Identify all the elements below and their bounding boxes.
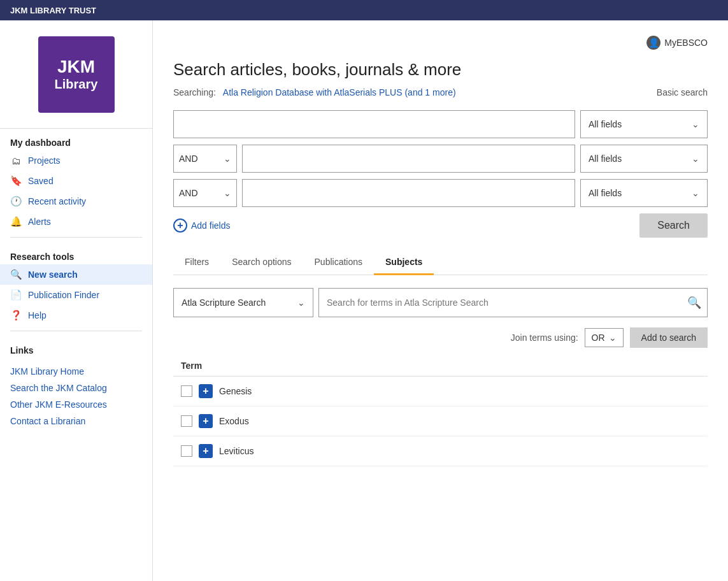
term-checkbox-leviticus[interactable]	[181, 445, 192, 457]
term-label-genesis: Genesis	[219, 386, 252, 396]
sidebar-item-label: Alerts	[28, 217, 51, 227]
bool-select-2[interactable]: AND ⌄	[173, 145, 237, 173]
sidebar-item-label: Help	[28, 310, 46, 320]
link-contact-librarian[interactable]: Contact a Librarian	[0, 413, 152, 429]
tab-publications[interactable]: Publications	[303, 250, 375, 275]
term-plus-genesis[interactable]: +	[199, 384, 213, 398]
term-checkbox-exodus[interactable]	[181, 415, 192, 427]
search-input-1[interactable]	[173, 110, 575, 138]
alerts-icon: 🔔	[10, 216, 22, 227]
chevron-down-icon-4: ⌄	[224, 188, 231, 198]
logo-box: JKM Library	[38, 36, 115, 113]
projects-icon: 🗂	[10, 155, 22, 166]
search-button[interactable]: Search	[639, 213, 708, 238]
publication-finder-icon: 📄	[10, 289, 22, 301]
searching-label: Searching:	[173, 87, 216, 97]
term-plus-leviticus[interactable]: +	[199, 444, 213, 458]
term-table: Term + Genesis + Exodus + Leviticus	[173, 355, 708, 466]
join-chevron-icon: ⌄	[609, 333, 617, 343]
add-to-search-button[interactable]: Add to search	[630, 327, 708, 348]
term-plus-exodus[interactable]: +	[199, 414, 213, 428]
link-search-jkm-catalog[interactable]: Search the JKM Catalog	[0, 380, 152, 396]
link-other-jkm-eresources[interactable]: Other JKM E-Resources	[0, 396, 152, 413]
field-select-2[interactable]: All fields ⌄	[580, 145, 708, 173]
link-jkm-library-home[interactable]: JKM Library Home	[0, 363, 152, 380]
chevron-down-icon-3: ⌄	[692, 154, 699, 164]
field-select-1-label: All fields	[589, 119, 622, 129]
subject-dropdown[interactable]: Atla Scripture Search ⌄	[173, 288, 313, 317]
search-row-2: AND ⌄ All fields ⌄	[173, 145, 708, 173]
links-section: JKM Library Home Search the JKM Catalog …	[0, 358, 152, 434]
term-label-exodus: Exodus	[219, 416, 249, 426]
research-tools-title: Research tools	[0, 243, 152, 264]
subject-search-wrapper: 🔍	[318, 288, 708, 317]
sidebar: JKM Library My dashboard 🗂 Projects 🔖 Sa…	[0, 20, 153, 581]
sidebar-item-help[interactable]: ❓ Help	[0, 305, 152, 326]
sidebar-item-recent-activity[interactable]: 🕐 Recent activity	[0, 191, 152, 212]
sidebar-item-label: Recent activity	[28, 196, 86, 206]
bool-select-2-label: AND	[179, 154, 198, 164]
top-right: 👤 MyEBSCO	[173, 36, 708, 50]
bool-select-3[interactable]: AND ⌄	[173, 179, 237, 207]
searching-db-link[interactable]: Atla Religion Database with AtlaSerials …	[223, 87, 456, 97]
basic-search-link[interactable]: Basic search	[657, 87, 708, 97]
join-terms-row: Join terms using: OR ⌄ Add to search	[173, 327, 708, 348]
tab-subjects[interactable]: Subjects	[374, 250, 434, 275]
join-label: Join terms using:	[511, 333, 578, 343]
sidebar-item-alerts[interactable]: 🔔 Alerts	[0, 212, 152, 232]
term-column-header: Term	[181, 361, 202, 371]
field-select-2-label: All fields	[589, 154, 622, 164]
main-content: 👤 MyEBSCO Search articles, books, journa…	[153, 20, 728, 581]
sidebar-item-label: Saved	[28, 176, 54, 186]
add-fields-label: Add fields	[191, 220, 230, 231]
join-select-value: OR	[592, 333, 605, 343]
search-row-3: AND ⌄ All fields ⌄	[173, 179, 708, 207]
subject-search-icon[interactable]: 🔍	[687, 296, 701, 310]
searching-line: Searching: Atla Religion Database with A…	[173, 87, 708, 97]
bool-select-3-label: AND	[179, 188, 198, 198]
add-circle-icon: +	[173, 219, 187, 233]
search-input-3[interactable]	[242, 179, 575, 207]
search-input-2[interactable]	[242, 145, 575, 173]
chevron-down-icon-5: ⌄	[692, 188, 699, 198]
add-fields-button[interactable]: + Add fields	[173, 219, 230, 233]
saved-icon: 🔖	[10, 175, 22, 187]
help-icon: ❓	[10, 310, 22, 321]
chevron-down-icon-2: ⌄	[224, 154, 231, 164]
field-select-1[interactable]: All fields ⌄	[580, 110, 708, 138]
tabs-bar: Filters Search options Publications Subj…	[173, 250, 708, 275]
subject-row: Atla Scripture Search ⌄ 🔍	[173, 288, 708, 317]
subjects-panel: Atla Scripture Search ⌄ 🔍	[173, 288, 708, 317]
sidebar-item-saved[interactable]: 🔖 Saved	[0, 171, 152, 191]
term-row: + Genesis	[173, 377, 708, 406]
subject-chevron-icon: ⌄	[297, 298, 305, 308]
sidebar-item-projects[interactable]: 🗂 Projects	[0, 150, 152, 171]
myebsco-button[interactable]: 👤 MyEBSCO	[646, 36, 708, 50]
new-search-icon: 🔍	[10, 269, 22, 280]
myebsco-label: MyEBSCO	[664, 38, 708, 48]
logo-area: JKM Library	[0, 20, 152, 129]
sidebar-item-publication-finder[interactable]: 📄 Publication Finder	[0, 285, 152, 305]
page-title: Search articles, books, journals & more	[173, 60, 708, 80]
sidebar-item-label: Projects	[28, 155, 61, 166]
logo-jkm: JKM	[57, 57, 95, 77]
field-select-3[interactable]: All fields ⌄	[580, 179, 708, 207]
term-row: + Leviticus	[173, 436, 708, 466]
tab-search-options[interactable]: Search options	[220, 250, 303, 275]
topbar-title: JKM LIBRARY TRUST	[10, 6, 96, 15]
term-header: Term	[173, 355, 708, 377]
tab-filters[interactable]: Filters	[173, 250, 220, 275]
recent-activity-icon: 🕐	[10, 196, 22, 207]
links-title: Links	[0, 336, 152, 358]
sidebar-item-label: New search	[28, 269, 78, 280]
join-select[interactable]: OR ⌄	[585, 328, 624, 347]
sidebar-divider	[10, 237, 142, 238]
myebsco-icon: 👤	[646, 36, 660, 50]
logo-library: Library	[55, 77, 98, 92]
subject-dropdown-label: Atla Scripture Search	[182, 298, 266, 308]
subject-search-input[interactable]	[318, 288, 708, 317]
sidebar-item-new-search[interactable]: 🔍 New search	[0, 264, 152, 285]
term-checkbox-genesis[interactable]	[181, 385, 192, 397]
dashboard-title: My dashboard	[0, 129, 152, 150]
search-row-1: All fields ⌄	[173, 110, 708, 138]
